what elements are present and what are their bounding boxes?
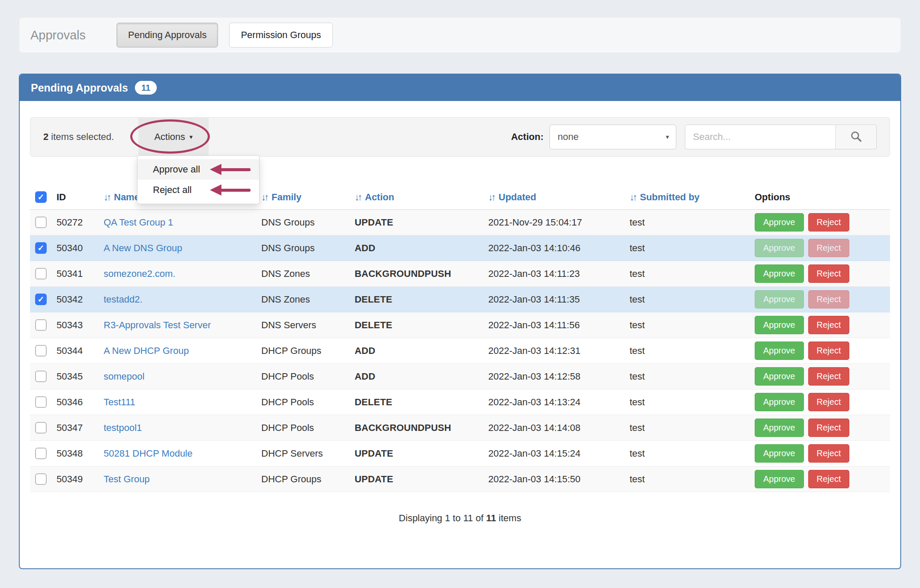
search-button[interactable] <box>836 125 877 149</box>
pagination-status: Displaying 1 to 11 of 11 items <box>30 513 890 524</box>
row-name-link[interactable]: somezone2.com. <box>104 268 176 279</box>
actions-dropdown-button[interactable]: Actions ▾ <box>138 118 209 156</box>
row-name-link[interactable]: testadd2. <box>104 294 143 305</box>
chevron-down-icon: ▾ <box>189 133 193 141</box>
column-header-submitted-by[interactable]: ↓↑ Submitted by <box>624 192 750 203</box>
row-select-cell <box>30 473 51 485</box>
table-body: 50272QA Test Group 1DNS GroupsUPDATE2021… <box>30 210 890 492</box>
approve-button[interactable]: Approve <box>755 419 804 437</box>
row-name-link[interactable]: QA Test Group 1 <box>104 217 173 228</box>
row-updated: 2022-Jan-03 14:11:23 <box>483 268 624 279</box>
reject-button[interactable]: Reject <box>808 393 850 411</box>
row-id: 50349 <box>51 474 99 485</box>
sort-icon: ↓↑ <box>630 192 636 203</box>
row-checkbox[interactable] <box>35 473 47 485</box>
row-checkbox[interactable] <box>35 319 47 331</box>
row-family: DHCP Pools <box>256 371 349 382</box>
action-select-value: none <box>558 131 579 143</box>
row-options: ApproveReject <box>750 444 890 463</box>
column-header-family[interactable]: ↓↑ Family <box>256 192 349 203</box>
approve-button[interactable]: Approve <box>755 213 804 232</box>
row-submitted-by: test <box>624 371 750 382</box>
column-header-updated[interactable]: ↓↑ Updated <box>483 192 624 203</box>
row-updated: 2022-Jan-03 14:15:24 <box>483 448 624 459</box>
approve-button[interactable]: Approve <box>755 342 804 360</box>
reject-button[interactable]: Reject <box>808 419 850 437</box>
reject-button[interactable]: Reject <box>808 213 850 232</box>
approve-button[interactable]: Approve <box>755 264 804 283</box>
reject-button[interactable]: Reject <box>808 470 850 488</box>
approve-button[interactable]: Approve <box>755 470 804 488</box>
table-row: 5034850281 DHCP ModuleDHCP ServersUPDATE… <box>30 441 890 466</box>
row-options: ApproveReject <box>750 290 890 309</box>
row-submitted-by: test <box>624 422 750 434</box>
row-name-link[interactable]: testpool1 <box>104 422 142 434</box>
row-checkbox[interactable]: ✓ <box>35 242 47 254</box>
row-family: DHCP Servers <box>256 448 349 459</box>
row-id: 50341 <box>51 268 99 279</box>
row-checkbox[interactable] <box>35 371 47 382</box>
row-name-cell: testpool1 <box>99 422 256 434</box>
reject-button: Reject <box>808 290 850 309</box>
row-name-cell: somepool <box>99 371 256 382</box>
row-select-cell <box>30 396 51 408</box>
select-all-checkbox[interactable]: ✓ <box>35 191 47 203</box>
row-id: 50346 <box>51 397 99 408</box>
row-family: DNS Groups <box>256 243 349 254</box>
table-toolbar: 2 items selected. Actions ▾ Action: none… <box>30 117 890 157</box>
row-name-link[interactable]: somepool <box>104 371 144 382</box>
reject-button[interactable]: Reject <box>808 316 850 334</box>
approve-button[interactable]: Approve <box>755 444 804 463</box>
row-checkbox[interactable] <box>35 217 47 228</box>
row-options: ApproveReject <box>750 419 890 437</box>
menu-item-reject-all[interactable]: Reject all <box>137 180 259 200</box>
row-select-cell <box>30 217 51 228</box>
page-title: Approvals <box>30 28 86 42</box>
row-checkbox[interactable] <box>35 422 47 434</box>
row-id: 50348 <box>51 448 99 459</box>
row-name-link[interactable]: A New DHCP Group <box>104 345 189 356</box>
sort-icon: ↓↑ <box>355 192 361 203</box>
row-name-link[interactable]: R3-Approvals Test Server <box>104 320 211 331</box>
menu-item-approve-all[interactable]: Approve all <box>137 159 259 180</box>
reject-button[interactable]: Reject <box>808 367 850 386</box>
approve-button[interactable]: Approve <box>755 316 804 334</box>
reject-button[interactable]: Reject <box>808 444 850 463</box>
row-checkbox[interactable] <box>35 396 47 408</box>
row-name-link[interactable]: Test111 <box>104 397 135 408</box>
row-family: DNS Zones <box>256 268 349 279</box>
table-row: 50341somezone2.com.DNS ZonesBACKGROUNDPU… <box>30 261 890 287</box>
search-group <box>685 125 877 149</box>
tab-pending-approvals[interactable]: Pending Approvals <box>116 23 218 48</box>
column-header-action[interactable]: ↓↑ Action <box>349 192 483 203</box>
row-name-cell: R3-Approvals Test Server <box>99 320 256 331</box>
row-name-cell: QA Test Group 1 <box>99 217 256 228</box>
approve-button[interactable]: Approve <box>755 393 804 411</box>
row-updated: 2022-Jan-03 14:12:58 <box>483 371 624 382</box>
row-family: DHCP Pools <box>256 397 349 408</box>
row-checkbox[interactable] <box>35 268 47 279</box>
approve-button[interactable]: Approve <box>755 367 804 386</box>
row-select-cell: ✓ <box>30 242 51 254</box>
row-select-cell <box>30 319 51 331</box>
action-select[interactable]: none ▾ <box>550 125 676 149</box>
row-name-link[interactable]: 50281 DHCP Module <box>104 448 193 459</box>
row-options: ApproveReject <box>750 264 890 283</box>
row-checkbox[interactable] <box>35 448 47 459</box>
table-row: 50349Test GroupDHCP GroupsUPDATE2022-Jan… <box>30 466 890 492</box>
tab-permission-groups[interactable]: Permission Groups <box>229 23 332 48</box>
row-checkbox[interactable] <box>35 345 47 356</box>
row-checkbox[interactable]: ✓ <box>35 294 47 305</box>
row-name-link[interactable]: A New DNS Group <box>104 243 182 254</box>
search-input[interactable] <box>685 125 836 149</box>
row-submitted-by: test <box>624 345 750 356</box>
row-name-link[interactable]: Test Group <box>104 474 150 485</box>
pending-approvals-table: ✓ ID ↓↑ Name ↓↑ Family ↓↑ Action ↓↑ Upda… <box>30 185 890 524</box>
row-updated: 2022-Jan-03 14:11:56 <box>483 320 624 331</box>
row-options: ApproveReject <box>750 393 890 411</box>
column-header-id: ID <box>51 192 99 203</box>
reject-button[interactable]: Reject <box>808 264 850 283</box>
reject-button[interactable]: Reject <box>808 342 850 360</box>
row-id: 50344 <box>51 345 99 356</box>
select-all-cell: ✓ <box>30 191 51 203</box>
